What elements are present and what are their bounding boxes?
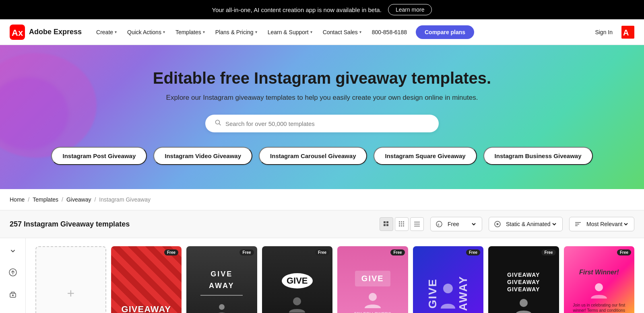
hero-title: Editable free Instagram giveaway templat…: [16, 69, 628, 87]
search-icon: [215, 119, 221, 128]
template-badge-5: Free: [466, 249, 480, 255]
template-badge-2: Free: [239, 249, 254, 255]
tag-square-giveaway[interactable]: Instagram Square Giveaway: [374, 147, 477, 165]
template-card-4[interactable]: GIVE 50K FOLLOWERS Free: [337, 246, 408, 313]
template-card-5[interactable]: GIVE AWAY Free: [413, 246, 484, 313]
template-card-3[interactable]: GIVE Free: [262, 246, 333, 313]
compare-plans-button[interactable]: Compare plans: [416, 25, 474, 39]
adobe-express-logo-icon: Ax: [10, 25, 25, 40]
svg-rect-18: [403, 225, 404, 227]
template-badge-7: Free: [617, 249, 631, 255]
svg-point-37: [443, 284, 453, 293]
filter-free-icon: $: [436, 220, 443, 228]
tag-post-giveaway[interactable]: Instagram Post Giveaway: [51, 147, 147, 165]
hero-tags: Instagram Post Giveaway Instagram Video …: [16, 147, 628, 165]
template-card-1[interactable]: GIVEAWAY Free: [111, 246, 182, 313]
main-layout: + GIVEAWAY Free GIVE AWAY: [0, 238, 644, 313]
breadcrumb-sep-1: /: [28, 196, 29, 203]
template-card-7[interactable]: First Winner! Join us in celebrating our…: [564, 246, 635, 313]
chevron-down-icon: ▾: [163, 30, 165, 34]
search-bar[interactable]: [205, 115, 439, 132]
hero-subtitle: Explore our Instagram giveaway templates…: [16, 94, 628, 102]
filter-type-select[interactable]: Static & Animated Static Animated: [489, 217, 563, 231]
svg-point-35: [293, 297, 301, 305]
template-card-2[interactable]: GIVE AWAY Free: [186, 246, 257, 313]
sort-dropdown[interactable]: Most Relevant Newest Oldest: [585, 220, 629, 228]
nav-contact[interactable]: Contact Sales ▾: [318, 27, 366, 38]
svg-text:Ax: Ax: [12, 28, 23, 38]
hero-section: Editable free Instagram giveaway templat…: [0, 45, 644, 189]
view-grid-large[interactable]: [380, 217, 393, 231]
sidebar: [0, 238, 26, 313]
svg-rect-8: [384, 224, 386, 226]
view-grid-medium[interactable]: [395, 217, 409, 231]
sidebar-layers-icon[interactable]: [6, 288, 20, 302]
svg-marker-25: [497, 223, 499, 225]
svg-rect-10: [399, 221, 400, 222]
template-count: 257 Instagram Giveaway templates: [10, 220, 373, 229]
adobe-logo-icon: A: [621, 26, 634, 39]
template-badge-1: Free: [164, 249, 178, 255]
banner-text: Your all-in-one, AI content creation app…: [212, 6, 382, 13]
animated-icon: [494, 220, 501, 228]
svg-rect-15: [403, 223, 404, 224]
svg-point-38: [520, 299, 528, 307]
chevron-down-icon: ▾: [255, 30, 257, 34]
nav-create[interactable]: Create ▾: [91, 27, 122, 38]
nav-plans[interactable]: Plans & Pricing ▾: [211, 27, 262, 38]
svg-line-5: [219, 124, 221, 126]
breadcrumb-templates[interactable]: Templates: [33, 196, 58, 203]
breadcrumb-giveaway[interactable]: Giveaway: [66, 196, 91, 203]
breadcrumb-sep-3: /: [94, 196, 96, 203]
logo-text: Adobe Express: [29, 28, 82, 36]
svg-rect-16: [399, 225, 400, 227]
free-filter-dropdown[interactable]: Free All Premium: [446, 220, 477, 228]
template-badge-6: Free: [541, 249, 555, 255]
sidebar-filter-icon[interactable]: [6, 265, 20, 280]
search-input[interactable]: [225, 120, 429, 127]
chevron-down-icon: ▾: [203, 30, 205, 34]
breadcrumb: Home / Templates / Giveaway / Instagram …: [10, 196, 634, 203]
svg-rect-20: [414, 224, 420, 224]
filter-sort-select[interactable]: Most Relevant Newest Oldest: [569, 217, 634, 231]
filter-free-select[interactable]: $ Free All Premium: [430, 217, 482, 231]
svg-point-32: [12, 294, 14, 296]
nav-items: Create ▾ Quick Actions ▾ Templates ▾ Pla…: [91, 25, 588, 39]
nav-learn[interactable]: Learn & Support ▾: [263, 27, 317, 38]
sign-in-link[interactable]: Sign In: [590, 27, 617, 38]
nav-quick-actions[interactable]: Quick Actions ▾: [122, 27, 170, 38]
template-grid: + GIVEAWAY Free GIVE AWAY: [26, 238, 644, 313]
svg-point-34: [219, 304, 225, 310]
svg-point-36: [369, 293, 377, 301]
tag-carousel-giveaway[interactable]: Instagram Carousel Giveaway: [259, 147, 367, 165]
svg-text:$: $: [438, 223, 440, 227]
sort-icon: [574, 220, 582, 228]
navbar: Ax Adobe Express Create ▾ Quick Actions …: [0, 19, 644, 45]
svg-rect-17: [401, 225, 402, 227]
tag-video-giveaway[interactable]: Instagram Video Giveaway: [153, 147, 252, 165]
learn-more-button[interactable]: Learn more: [388, 4, 432, 15]
breadcrumb-current: Instagram Giveaway: [99, 196, 151, 203]
svg-rect-11: [401, 221, 402, 222]
breadcrumb-home[interactable]: Home: [10, 196, 25, 203]
phone-number: 800-858-6188: [367, 27, 412, 38]
chevron-down-icon: ▾: [359, 30, 361, 34]
sidebar-collapse-button[interactable]: [8, 246, 18, 257]
tag-business-giveaway[interactable]: Instagram Business Giveaway: [483, 147, 593, 165]
svg-rect-19: [414, 222, 420, 222]
svg-point-39: [595, 283, 603, 291]
view-toggle: [380, 217, 424, 231]
svg-rect-14: [401, 223, 402, 224]
blank-template-card[interactable]: +: [35, 246, 106, 313]
view-list[interactable]: [410, 217, 424, 231]
svg-rect-9: [386, 224, 388, 226]
type-filter-dropdown[interactable]: Static & Animated Static Animated: [504, 220, 557, 228]
filter-bar: 257 Instagram Giveaway templates: [0, 210, 644, 238]
template-card-6[interactable]: GIVEAWAY GIVEAWAY GIVEAWAY Free: [488, 246, 559, 313]
chevron-down-icon: ▾: [115, 30, 117, 34]
chevron-down-icon: ▾: [310, 30, 312, 34]
logo[interactable]: Ax Adobe Express: [10, 25, 82, 40]
nav-templates[interactable]: Templates ▾: [171, 27, 210, 38]
svg-text:A: A: [623, 28, 629, 37]
svg-rect-12: [403, 221, 404, 222]
